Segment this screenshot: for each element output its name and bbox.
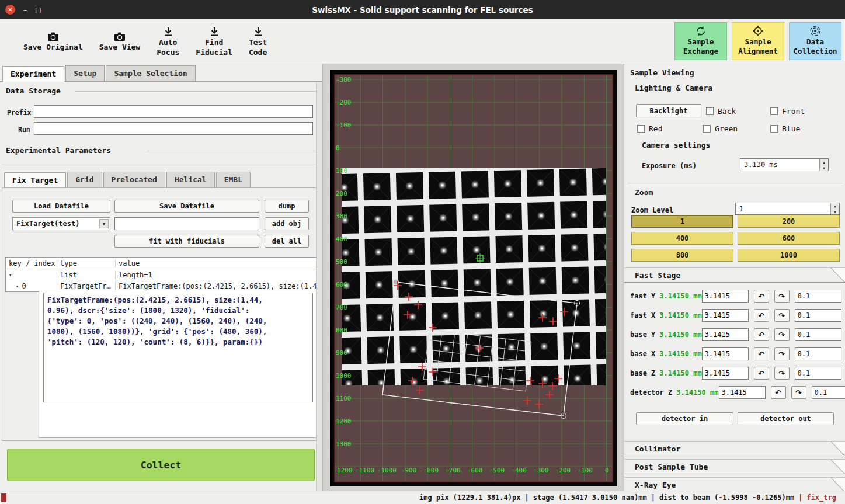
axis-step-input[interactable] bbox=[795, 328, 841, 341]
checkbox-front[interactable]: Front bbox=[770, 106, 805, 116]
load-datafile-button[interactable]: Load Datafile bbox=[12, 200, 110, 213]
section-collimator[interactable]: Collimator bbox=[624, 441, 845, 456]
zoom-800-button[interactable]: 800 bbox=[631, 249, 733, 262]
axis-step-input[interactable] bbox=[795, 367, 841, 380]
fast-stage-row-base-x: base X3.14150 mm↶↷ bbox=[630, 347, 839, 361]
toolbar-save-original-button[interactable]: Save Original bbox=[23, 31, 83, 52]
target-icon bbox=[752, 26, 764, 37]
axis-value-input[interactable] bbox=[702, 328, 749, 341]
svg-text:800: 800 bbox=[336, 326, 347, 334]
expander-icon[interactable]: ▾ bbox=[16, 283, 19, 289]
run-input[interactable] bbox=[34, 122, 313, 135]
param-tab-helical[interactable]: Helical bbox=[166, 172, 215, 187]
camera-icon bbox=[47, 31, 59, 41]
window-maximize-button[interactable]: ▢ bbox=[35, 6, 41, 14]
object-type-combobox[interactable]: FixTarget(test) ▼ bbox=[12, 217, 110, 230]
axis-readout: 3.14150 mm bbox=[659, 369, 701, 377]
step-back-button[interactable]: ↶ bbox=[771, 386, 786, 399]
zoom-200-button[interactable]: 200 bbox=[738, 215, 840, 228]
table-row[interactable]: ▾ list length=1 bbox=[6, 269, 316, 280]
collect-button[interactable]: Collect bbox=[7, 449, 315, 481]
axis-value-input[interactable] bbox=[702, 309, 749, 322]
checkbox-box[interactable] bbox=[703, 125, 711, 133]
zoom-600-button[interactable]: 600 bbox=[738, 232, 840, 245]
fit-with-fiducials-button[interactable]: fit with fiducials bbox=[114, 235, 259, 248]
camera-view[interactable]: -300-200-1000100200300400500600700800900… bbox=[330, 70, 617, 486]
step-back-button[interactable]: ↶ bbox=[754, 309, 769, 322]
del-all-button[interactable]: del all bbox=[265, 235, 309, 248]
param-tab-prelocated[interactable]: Prelocated bbox=[103, 172, 165, 187]
table-row[interactable]: ▾0 FixTargetFr… FixTargetFrame:(pos:(2.4… bbox=[6, 280, 316, 291]
step-back-button[interactable]: ↶ bbox=[754, 347, 769, 360]
step-back-button[interactable]: ↶ bbox=[754, 367, 769, 380]
checkbox-box[interactable] bbox=[706, 107, 714, 115]
checkbox-box[interactable] bbox=[637, 125, 645, 133]
fast-stage-row-base-y: base Y3.14150 mm↶↷ bbox=[630, 328, 839, 342]
row-value: length=1 bbox=[116, 271, 316, 279]
mode-sample-alignment-button[interactable]: SampleAlignment bbox=[732, 22, 784, 60]
step-back-button[interactable]: ↶ bbox=[754, 328, 769, 341]
checkbox-green[interactable]: Green bbox=[703, 124, 738, 133]
zoom-400-button[interactable]: 400 bbox=[631, 232, 733, 245]
window-close-button[interactable]: ✕ bbox=[5, 5, 15, 15]
axis-label: detector Z bbox=[630, 388, 672, 397]
param-tab-embl[interactable]: EMBL bbox=[216, 172, 251, 187]
tab-setup[interactable]: Setup bbox=[65, 65, 105, 81]
param-tab-grid[interactable]: Grid bbox=[67, 172, 102, 187]
checkbox-red[interactable]: Red bbox=[637, 124, 662, 133]
axis-value-input[interactable] bbox=[702, 367, 749, 380]
step-forward-button[interactable]: ↷ bbox=[774, 309, 790, 322]
zoom-level-spinbox[interactable]: 1 ▲▼ bbox=[735, 203, 840, 215]
section-post-sample-tube[interactable]: Post Sample Tube bbox=[624, 459, 845, 474]
checkbox-blue[interactable]: Blue bbox=[770, 124, 800, 133]
step-forward-button[interactable]: ↷ bbox=[791, 386, 806, 399]
tab-sample-selection[interactable]: Sample Selection bbox=[106, 65, 195, 81]
svg-text:0: 0 bbox=[605, 467, 609, 474]
add-obj-button[interactable]: add obj bbox=[265, 217, 309, 230]
step-back-button[interactable]: ↶ bbox=[754, 290, 769, 303]
object-name-input[interactable] bbox=[114, 217, 259, 230]
toolbar-find-fiducial-button[interactable]: FindFiducial bbox=[196, 26, 232, 57]
microscope-image bbox=[330, 142, 617, 412]
mode-data-collection-button[interactable]: DataCollection bbox=[789, 22, 841, 60]
save-datafile-button[interactable]: Save Datafile bbox=[114, 200, 259, 213]
exposure-spinbox[interactable]: 3.130 ms ▲▼ bbox=[740, 158, 829, 171]
spinner-arrows-icon[interactable]: ▲▼ bbox=[819, 159, 828, 171]
toolbar-auto-focus-button[interactable]: AutoFocus bbox=[157, 26, 179, 57]
axis-value-input[interactable] bbox=[702, 347, 749, 360]
detector-in-button[interactable]: detector in bbox=[636, 412, 733, 425]
step-forward-button[interactable]: ↷ bbox=[774, 328, 790, 341]
axis-step-input[interactable] bbox=[812, 386, 845, 399]
toolbar-test-code-button[interactable]: TestCode bbox=[249, 26, 267, 57]
checkbox-box[interactable] bbox=[770, 107, 778, 115]
checkbox-box[interactable] bbox=[770, 125, 778, 133]
tab-experiment[interactable]: Experiment bbox=[2, 66, 64, 82]
axis-label: base Y bbox=[630, 331, 655, 339]
detector-out-button[interactable]: detector out bbox=[738, 412, 834, 425]
chevron-down-icon[interactable]: ▼ bbox=[99, 219, 109, 228]
prefix-input[interactable] bbox=[34, 105, 313, 118]
axis-step-input[interactable] bbox=[795, 347, 841, 360]
expander-icon[interactable]: ▾ bbox=[9, 272, 12, 278]
step-forward-button[interactable]: ↷ bbox=[774, 367, 790, 380]
section-fast-stage[interactable]: Fast Stage bbox=[624, 267, 845, 283]
download-icon bbox=[164, 26, 173, 37]
param-tab-fix-target[interactable]: Fix Target bbox=[4, 172, 66, 188]
checkbox-back[interactable]: Back bbox=[706, 106, 736, 116]
dump-button[interactable]: dump bbox=[265, 200, 309, 213]
step-forward-button[interactable]: ↷ bbox=[774, 347, 790, 360]
axis-step-input[interactable] bbox=[795, 290, 841, 303]
zoom-1-button[interactable]: 1 bbox=[631, 215, 733, 228]
window-minimize-button[interactable]: – bbox=[23, 6, 27, 14]
step-forward-button[interactable]: ↷ bbox=[774, 290, 790, 303]
axis-value-input[interactable] bbox=[702, 290, 749, 303]
zoom-1000-button[interactable]: 1000 bbox=[738, 249, 840, 262]
toolbar-save-view-button[interactable]: Save View bbox=[99, 31, 140, 52]
spinner-arrows-icon[interactable]: ▲▼ bbox=[830, 203, 839, 214]
backlight-button[interactable]: Backlight bbox=[636, 104, 701, 117]
status-separator: | bbox=[651, 493, 655, 502]
axis-step-input[interactable] bbox=[795, 309, 841, 322]
mode-sample-exchange-button[interactable]: SampleExchange bbox=[674, 22, 727, 60]
axis-value-input[interactable] bbox=[719, 386, 766, 399]
left-panel-scrollbar[interactable] bbox=[316, 82, 322, 491]
